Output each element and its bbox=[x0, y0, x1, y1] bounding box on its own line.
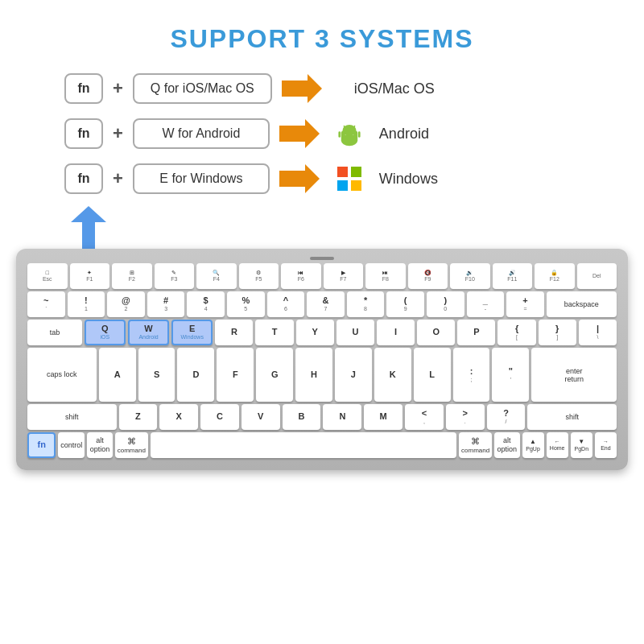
fn-key-ios: fn bbox=[64, 73, 103, 104]
combo-key-android: W for Android bbox=[133, 118, 270, 149]
key-fn[interactable]: fn bbox=[27, 432, 56, 458]
key-s[interactable]: S bbox=[138, 348, 175, 402]
key-3[interactable]: #3 bbox=[147, 291, 185, 317]
key-9[interactable]: (9 bbox=[386, 291, 424, 317]
key-del[interactable]: Del bbox=[577, 263, 617, 289]
key-f11[interactable]: 🔊F11 bbox=[493, 263, 533, 289]
key-f12[interactable]: 🔒F12 bbox=[535, 263, 575, 289]
key-7[interactable]: &7 bbox=[307, 291, 345, 317]
key-6[interactable]: ^6 bbox=[267, 291, 305, 317]
key-semicolon[interactable]: :; bbox=[453, 348, 490, 402]
key-comma[interactable]: <, bbox=[405, 404, 444, 430]
key-home[interactable]: ←Home bbox=[547, 432, 568, 458]
key-quote[interactable]: "' bbox=[492, 348, 529, 402]
key-e[interactable]: EWindows bbox=[171, 320, 213, 345]
key-m[interactable]: M bbox=[364, 404, 402, 430]
key-f3[interactable]: ✎F3 bbox=[155, 263, 195, 289]
key-z[interactable]: Z bbox=[119, 404, 158, 430]
key-x[interactable]: X bbox=[159, 404, 198, 430]
key-tab[interactable]: tab bbox=[27, 320, 82, 345]
key-f5[interactable]: ⚙F5 bbox=[239, 263, 279, 289]
key-slash[interactable]: ?/ bbox=[487, 404, 526, 430]
system-row-android: fn + W for Android Android bbox=[64, 118, 580, 149]
key-capslock[interactable]: caps lock bbox=[27, 348, 97, 402]
key-f10[interactable]: 🔉F10 bbox=[450, 263, 490, 289]
key-y[interactable]: Y bbox=[296, 320, 334, 345]
key-end[interactable]: →End bbox=[595, 432, 617, 458]
svg-point-8 bbox=[342, 125, 356, 136]
key-minus[interactable]: _- bbox=[467, 291, 505, 317]
key-enter[interactable]: enter return bbox=[531, 348, 617, 402]
key-w[interactable]: WAndroid bbox=[128, 320, 169, 345]
key-2[interactable]: @2 bbox=[107, 291, 145, 317]
keyboard-asdf-row: caps lock A S D F G H J K L :; "' enter … bbox=[27, 348, 617, 402]
key-esc[interactable]: □Esc bbox=[27, 263, 68, 289]
key-h[interactable]: H bbox=[295, 348, 332, 402]
key-lbracket[interactable]: {[ bbox=[497, 320, 535, 345]
key-4[interactable]: $4 bbox=[187, 291, 225, 317]
combo-key-ios: Q for iOS/Mac OS bbox=[133, 73, 272, 104]
key-equals[interactable]: += bbox=[506, 291, 544, 317]
key-8[interactable]: *8 bbox=[347, 291, 385, 317]
fn-key-windows: fn bbox=[64, 163, 103, 194]
plus-ios: + bbox=[113, 78, 123, 99]
keyboard: □Esc ✦F1 ⊞F2 ✎F3 🔍F4 ⚙F5 ⏮F6 ▶F7 ⏭F8 🔇F9… bbox=[16, 249, 628, 470]
key-spacebar[interactable] bbox=[151, 432, 456, 458]
arrow-android bbox=[279, 119, 320, 148]
main-container: SUPPORT 3 SYSTEMS fn + Q for iOS/Mac OS … bbox=[0, 0, 644, 644]
key-q[interactable]: QiOS bbox=[85, 320, 126, 345]
key-f2[interactable]: ⊞F2 bbox=[112, 263, 152, 289]
key-backslash[interactable]: |\ bbox=[579, 320, 617, 345]
key-n[interactable]: N bbox=[323, 404, 361, 430]
key-d[interactable]: D bbox=[177, 348, 214, 402]
blue-arrow-up bbox=[71, 206, 106, 250]
key-rbracket[interactable]: }] bbox=[539, 320, 576, 345]
key-l[interactable]: L bbox=[414, 348, 451, 402]
key-shift-left[interactable]: shift bbox=[27, 404, 117, 430]
key-alt-left[interactable]: altoption bbox=[87, 432, 112, 458]
key-f8[interactable]: ⏭F8 bbox=[365, 263, 406, 289]
svg-rect-10 bbox=[358, 131, 361, 137]
key-r[interactable]: R bbox=[215, 320, 253, 345]
key-f1[interactable]: ✦F1 bbox=[70, 263, 110, 289]
key-period[interactable]: >. bbox=[446, 404, 485, 430]
key-o[interactable]: O bbox=[417, 320, 455, 345]
key-pgup[interactable]: ▲PgUp bbox=[522, 432, 544, 458]
key-i[interactable]: I bbox=[377, 320, 415, 345]
key-c[interactable]: C bbox=[200, 404, 239, 430]
key-f6[interactable]: ⏮F6 bbox=[281, 263, 321, 289]
os-label-android: Android bbox=[379, 126, 468, 142]
key-t[interactable]: T bbox=[255, 320, 293, 345]
key-0[interactable]: )0 bbox=[427, 291, 464, 317]
key-j[interactable]: J bbox=[335, 348, 372, 402]
key-shift-right[interactable]: shift bbox=[527, 404, 617, 430]
key-u[interactable]: U bbox=[336, 320, 374, 345]
keyboard-bottom-row: fn control altoption ⌘command ⌘command a… bbox=[27, 432, 617, 458]
keyboard-number-row: ~` !1 @2 #3 $4 %5 ^6 &7 *8 (9 )0 _- += b… bbox=[27, 291, 617, 317]
key-control[interactable]: control bbox=[58, 432, 85, 458]
key-f[interactable]: F bbox=[217, 348, 254, 402]
systems-section: fn + Q for iOS/Mac OS iOS/Mac OS fn + W … bbox=[16, 73, 628, 194]
key-a[interactable]: A bbox=[99, 348, 136, 402]
key-f9[interactable]: 🔇F9 bbox=[408, 263, 448, 289]
android-icon bbox=[336, 120, 363, 147]
arrow-windows bbox=[279, 164, 320, 193]
key-f4[interactable]: 🔍F4 bbox=[196, 263, 237, 289]
key-f7[interactable]: ▶F7 bbox=[324, 263, 364, 289]
key-v[interactable]: V bbox=[242, 404, 280, 430]
key-k[interactable]: K bbox=[374, 348, 411, 402]
keyboard-fn-row: □Esc ✦F1 ⊞F2 ✎F3 🔍F4 ⚙F5 ⏮F6 ▶F7 ⏭F8 🔇F9… bbox=[27, 263, 617, 289]
key-g[interactable]: G bbox=[256, 348, 293, 402]
system-row-ios: fn + Q for iOS/Mac OS iOS/Mac OS bbox=[64, 73, 580, 104]
key-alt-right[interactable]: altoption bbox=[494, 432, 519, 458]
key-pgdn[interactable]: ▼PgDn bbox=[571, 432, 592, 458]
key-backspace[interactable]: backspace bbox=[547, 291, 617, 317]
key-b[interactable]: B bbox=[283, 404, 321, 430]
key-command-right[interactable]: ⌘command bbox=[459, 432, 492, 458]
key-tilde[interactable]: ~` bbox=[27, 291, 65, 317]
key-1[interactable]: !1 bbox=[68, 291, 105, 317]
plus-windows: + bbox=[113, 168, 123, 189]
key-p[interactable]: P bbox=[457, 320, 495, 345]
key-5[interactable]: %5 bbox=[227, 291, 265, 317]
key-command-left[interactable]: ⌘command bbox=[115, 432, 148, 458]
